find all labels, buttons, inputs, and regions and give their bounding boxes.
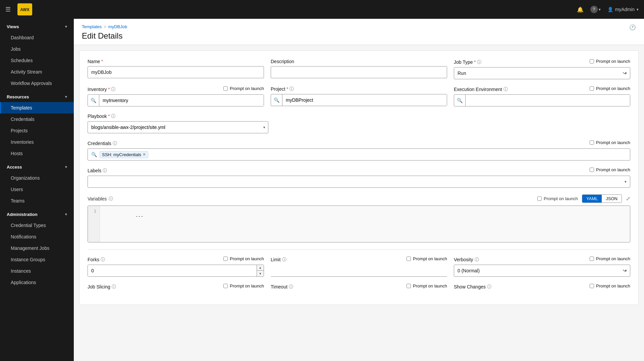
execution-env-prompt-checkbox[interactable]	[590, 86, 594, 91]
inventory-input[interactable]	[99, 95, 264, 106]
content-header-actions: Templates > myDBJob Edit Details 🕐	[82, 24, 636, 41]
sidebar-item-teams[interactable]: Teams	[0, 195, 74, 207]
yaml-tab-button[interactable]: YAML	[582, 195, 602, 202]
job-type-select-wrapper: Run ▾	[454, 67, 630, 79]
limit-prompt-checkbox[interactable]	[407, 257, 411, 261]
notifications-icon[interactable]: 🔔	[577, 6, 584, 13]
sidebar-item-instances[interactable]: Instances	[0, 265, 74, 277]
name-label: Name *	[88, 59, 264, 64]
administration-section-header[interactable]: Administration ▾	[0, 208, 74, 220]
sidebar-item-schedules[interactable]: Schedules	[0, 55, 74, 66]
inventory-search-icon[interactable]: 🔍	[88, 95, 99, 106]
execution-env-input[interactable]	[466, 95, 630, 106]
inventory-info-icon[interactable]: ⓘ	[111, 86, 115, 92]
forks-info-icon[interactable]: ⓘ	[101, 257, 105, 263]
inventory-prompt-checkbox[interactable]	[223, 86, 228, 91]
variables-prompt-label: Prompt on launch	[537, 196, 578, 201]
project-input[interactable]	[282, 94, 447, 106]
timeout-info-icon[interactable]: ⓘ	[289, 284, 293, 290]
job-type-info-icon[interactable]: ⓘ	[477, 59, 481, 65]
variables-label: Variables ⓘ	[88, 196, 113, 202]
credentials-info-icon[interactable]: ⓘ	[113, 140, 117, 146]
show-changes-prompt-checkbox[interactable]	[590, 284, 594, 288]
section-divider	[88, 249, 630, 250]
views-section-header[interactable]: Views ▾	[0, 20, 74, 32]
description-input[interactable]	[271, 66, 447, 78]
sidebar-item-projects[interactable]: Projects	[0, 125, 74, 136]
variables-prompt-checkbox[interactable]	[537, 196, 542, 201]
sidebar-item-organizations[interactable]: Organizations	[0, 172, 74, 184]
navbar-brand: ☰ AWX	[5, 3, 32, 15]
breadcrumb-parent-link[interactable]: Templates	[82, 24, 102, 29]
sidebar-item-inventories[interactable]: Inventories	[0, 136, 74, 148]
execution-env-info-icon[interactable]: ⓘ	[503, 86, 508, 92]
playbook-label: Playbook * ⓘ	[88, 113, 268, 119]
variables-section: Variables ⓘ Prompt on launch YAML JSON ⤢	[88, 194, 630, 242]
code-line-number-1: 1	[91, 209, 96, 214]
project-search-icon[interactable]: 🔍	[271, 94, 282, 106]
verbosity-info-icon[interactable]: ⓘ	[475, 257, 479, 263]
variables-info-icon[interactable]: ⓘ	[109, 196, 113, 202]
execution-env-label: Execution Environment ⓘ	[454, 86, 508, 92]
labels-prompt-checkbox[interactable]	[590, 168, 594, 172]
sidebar-item-dashboard[interactable]: Dashboard	[0, 32, 74, 43]
credentials-search-icon[interactable]: 🔍	[90, 152, 98, 157]
variables-code-editor[interactable]: 1 ---	[88, 206, 630, 242]
verbosity-prompt-checkbox[interactable]	[590, 257, 594, 261]
job-slicing-field-group: Job Slicing ⓘ Prompt on launch	[88, 283, 264, 290]
playbook-info-icon[interactable]: ⓘ	[111, 113, 115, 119]
forks-decrement-button[interactable]: ▼	[257, 271, 264, 276]
content-header: Templates > myDBJob Edit Details 🕐	[74, 19, 644, 45]
forks-prompt-checkbox[interactable]	[223, 257, 228, 261]
labels-input-area[interactable]: ▾	[88, 176, 630, 188]
limit-field-group: Limit ⓘ Prompt on launch	[271, 256, 447, 277]
json-tab-button[interactable]: JSON	[602, 195, 622, 202]
sidebar-item-instance-groups[interactable]: Instance Groups	[0, 254, 74, 265]
project-info-icon[interactable]: ⓘ	[289, 86, 294, 92]
sidebar-item-management-jobs[interactable]: Management Jobs	[0, 242, 74, 254]
show-changes-info-icon[interactable]: ⓘ	[487, 284, 491, 290]
playbook-required-star: *	[108, 114, 110, 119]
credential-tag-ssh: SSH: myCredentials ✕	[100, 151, 148, 158]
job-type-select[interactable]: Run	[454, 67, 630, 79]
execution-env-search-icon[interactable]: 🔍	[454, 95, 466, 106]
history-icon[interactable]: 🕐	[629, 25, 636, 30]
resources-section-header[interactable]: Resources ▾	[0, 90, 74, 102]
sidebar-item-templates[interactable]: Templates	[0, 102, 74, 114]
timeout-prompt-checkbox[interactable]	[407, 284, 411, 288]
sidebar-item-jobs[interactable]: Jobs	[0, 43, 74, 55]
access-section-header[interactable]: Access ▾	[0, 161, 74, 172]
sidebar-item-activity-stream[interactable]: Activity Stream	[0, 66, 74, 78]
sidebar-item-workflow-approvals[interactable]: Workflow Approvals	[0, 78, 74, 89]
user-menu[interactable]: 👤 myAdmin ▾	[607, 7, 639, 12]
timeout-label: Timeout ⓘ	[271, 284, 293, 290]
hamburger-menu-button[interactable]: ☰	[5, 6, 11, 13]
inventory-prompt-label: Prompt on launch	[223, 86, 264, 91]
expand-editor-icon[interactable]: ⤢	[626, 195, 630, 202]
credentials-input-area[interactable]: 🔍 SSH: myCredentials ✕	[88, 148, 630, 161]
sidebar-item-hosts[interactable]: Hosts	[0, 148, 74, 159]
limit-input[interactable]	[271, 265, 447, 277]
job-type-prompt-checkbox[interactable]	[590, 59, 594, 63]
access-chevron-icon: ▾	[65, 165, 67, 169]
sidebar-item-credential-types[interactable]: Credential Types	[0, 220, 74, 231]
sidebar-item-notifications[interactable]: Notifications	[0, 231, 74, 242]
credentials-prompt-checkbox[interactable]	[590, 140, 594, 145]
forks-increment-button[interactable]: ▲	[257, 265, 264, 271]
code-content[interactable]: ---	[100, 206, 630, 242]
playbook-select[interactable]: blogs/ansible-awx-2/project/site.yml	[88, 122, 261, 133]
sidebar-item-users[interactable]: Users	[0, 184, 74, 195]
description-field-group: Description	[271, 59, 447, 79]
forks-input[interactable]	[88, 265, 257, 276]
name-input[interactable]	[88, 66, 264, 78]
credential-tag-remove-button[interactable]: ✕	[143, 152, 146, 157]
labels-info-icon[interactable]: ⓘ	[103, 168, 107, 174]
limit-info-icon[interactable]: ⓘ	[282, 257, 286, 263]
job-slicing-prompt-checkbox[interactable]	[223, 284, 228, 288]
variables-format-tabs: YAML JSON	[582, 194, 622, 203]
job-slicing-info-icon[interactable]: ⓘ	[112, 284, 116, 290]
sidebar-item-credentials[interactable]: Credentials	[0, 114, 74, 125]
verbosity-select[interactable]: 0 (Normal)	[454, 265, 630, 277]
sidebar-item-applications[interactable]: Applications	[0, 277, 74, 288]
help-menu[interactable]: ? ▾	[590, 6, 601, 13]
